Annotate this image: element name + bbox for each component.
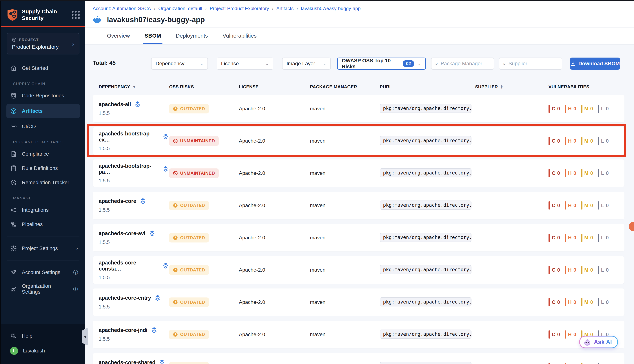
breadcrumb-organization[interactable]: Organization: default	[158, 6, 202, 11]
dependency-name[interactable]: apacheds-core-entry	[99, 295, 151, 301]
layers-icon[interactable]	[162, 134, 169, 140]
dependency-name[interactable]: apacheds-core-avl	[99, 230, 145, 236]
table-row[interactable]: apacheds-core-jndi 1.5.5	[93, 321, 624, 348]
oss-risk-badge: OUTDATED	[169, 362, 209, 364]
main-area: Account: Automation-SSCA› Organization: …	[85, 1, 634, 364]
purl-cell: pkg:maven/org.apache.directory.s…	[380, 362, 475, 364]
dependency-name[interactable]: apacheds-all	[99, 101, 131, 108]
purl-cell: pkg:maven/org.apache.directory.s…	[380, 297, 475, 307]
dependency-name[interactable]: apacheds-bootstrap-ex…	[99, 131, 159, 143]
purl-chip[interactable]: pkg:maven/org.apache.directory.s…	[380, 104, 471, 113]
project-selector[interactable]: PROJECT Product Exploratory ›	[7, 33, 79, 54]
purl-chip[interactable]: pkg:maven/org.apache.directory.s…	[380, 168, 471, 178]
image-layer-filter-dropdown[interactable]: Image Layer ⌄	[282, 58, 331, 70]
dependency-name[interactable]: apacheds-core-shared	[99, 360, 155, 364]
table-row[interactable]: apacheds-core-consta… 1.5.5	[93, 256, 624, 284]
purl-chip[interactable]: pkg:maven/org.apache.directory.s…	[380, 136, 471, 145]
oss-risk-cell: UNMAINTAINED	[169, 168, 239, 178]
oss-risk-badge: OUTDATED	[169, 298, 209, 307]
supply-chain-security-logo-icon	[7, 9, 18, 21]
package-manager-search-input[interactable]	[441, 61, 490, 66]
sidebar-item-pipelines[interactable]: Pipelines	[1, 217, 85, 232]
dependency-version: 1.5.5	[99, 240, 169, 245]
breadcrumb-artifacts[interactable]: Artifacts	[276, 6, 294, 11]
column-license: LICENSE	[239, 84, 310, 90]
sidebar-item-rule-definitions[interactable]: Rule Definitions	[1, 161, 85, 176]
purl-chip[interactable]: pkg:maven/org.apache.directory.s…	[380, 200, 471, 210]
sidebar-item-compliance[interactable]: Compliance	[1, 147, 85, 161]
ask-ai-label: Ask AI	[594, 339, 612, 346]
purl-chip[interactable]: pkg:maven/org.apache.directory.s…	[380, 233, 471, 242]
critical-count: C0	[548, 234, 560, 242]
table-row[interactable]: apacheds-core 1.5.5	[93, 192, 624, 219]
supplier-search-input[interactable]	[508, 61, 558, 66]
oss-risk-cell: OUTDATED	[169, 201, 239, 210]
sidebar-item-project-settings[interactable]: Project Settings ›	[1, 241, 85, 256]
oss-risk-badge: UNMAINTAINED	[169, 136, 219, 146]
layers-icon[interactable]	[150, 327, 158, 334]
sidebar-item-account-settings[interactable]: Account Settings ⓘ	[1, 265, 85, 280]
tab-sbom[interactable]: SBOM	[143, 28, 163, 44]
column-purl: PURL	[380, 84, 475, 90]
table-row[interactable]: apacheds-bootstrap-ex… 1.5.5	[93, 127, 624, 155]
oss-risk-cell: OUTDATED	[169, 362, 239, 364]
dependency-name[interactable]: apacheds-core-consta…	[99, 260, 159, 272]
dependency-version: 1.5.5	[99, 110, 169, 116]
layers-icon[interactable]	[158, 360, 166, 364]
sidebar-item-artifacts[interactable]: Artifacts	[7, 104, 80, 118]
purl-chip[interactable]: pkg:maven/org.apache.directory.s…	[380, 330, 471, 339]
sidebar-item-code-repositories[interactable]: Code Repositories	[1, 88, 85, 103]
tab-deployments[interactable]: Deployments	[174, 28, 209, 44]
dependency-name[interactable]: apacheds-bootstrap-pa…	[99, 163, 159, 175]
purl-chip[interactable]: pkg:maven/org.apache.directory.s…	[380, 265, 471, 274]
dependency-filter-dropdown[interactable]: Dependency ⌄	[151, 58, 208, 70]
layers-icon[interactable]	[154, 295, 161, 301]
toolbar: Total: 45 Dependency ⌄ License ⌄ Image L…	[85, 58, 634, 70]
dependency-name[interactable]: apacheds-core-jndi	[99, 327, 148, 333]
ask-ai-button[interactable]: Ask AI	[579, 336, 618, 348]
app-switcher-icon[interactable]	[72, 11, 80, 19]
page-title: lavakush07/easy-buggy-app	[107, 16, 205, 24]
table-row[interactable]: apacheds-all 1.5.5	[93, 95, 624, 122]
column-dependency[interactable]: DEPENDENCY ▼	[99, 84, 169, 90]
column-supplier[interactable]: SUPPLIER ▲▼	[475, 84, 548, 90]
breadcrumb-account[interactable]: Account: Automation-SSCA	[93, 6, 151, 11]
table-row[interactable]: apacheds-core-avl 1.5.5	[93, 224, 624, 252]
low-count: L0	[598, 202, 609, 210]
breadcrumb-current[interactable]: lavakush07/easy-buggy-app	[301, 6, 361, 11]
table-row[interactable]: apacheds-core-shared 1.5.5	[93, 353, 624, 364]
purl-cell: pkg:maven/org.apache.directory.s…	[380, 200, 475, 210]
tab-overview[interactable]: Overview	[106, 28, 131, 44]
info-icon[interactable]: ⓘ	[73, 269, 78, 276]
layers-icon[interactable]	[148, 230, 156, 236]
layers-icon[interactable]	[162, 166, 169, 172]
dependency-name[interactable]: apacheds-core	[99, 198, 136, 204]
layers-icon[interactable]	[134, 101, 141, 108]
sidebar-item-help[interactable]: Help	[1, 329, 85, 343]
owasp-risks-filter-dropdown[interactable]: OWASP OSS Top 10 Risks 02 ⌄	[337, 58, 426, 70]
layers-icon[interactable]	[162, 263, 169, 269]
tab-vulnerabilities[interactable]: Vulnerabilities	[221, 28, 258, 44]
sidebar-item-organization-settings[interactable]: Organization Settings ⓘ	[1, 280, 85, 298]
clock-icon	[173, 106, 178, 111]
sidebar-item-integrations[interactable]: Integrations	[1, 203, 85, 217]
dependency-list: apacheds-all 1.5.5	[93, 95, 624, 364]
sidebar-item-remediation-tracker[interactable]: Remediation Tracker	[1, 176, 85, 190]
dropdown-value: License	[221, 61, 239, 66]
sidebar-item-cicd[interactable]: CI/CD	[1, 119, 85, 134]
purl-chip[interactable]: pkg:maven/org.apache.directory.s…	[380, 362, 471, 364]
sidebar-item-get-started[interactable]: Get Started	[1, 61, 85, 75]
info-icon[interactable]: ⓘ	[73, 286, 78, 292]
edge-notification-dot[interactable]	[629, 222, 634, 231]
column-package-manager: PACKAGE MANAGER	[310, 84, 380, 90]
table-row[interactable]: apacheds-core-entry 1.5.5	[93, 288, 624, 316]
layers-icon[interactable]	[139, 198, 147, 204]
breadcrumb-project[interactable]: Project: Product Exploratory	[210, 6, 269, 11]
download-sbom-button[interactable]: Download SBOM	[570, 58, 620, 70]
table-row[interactable]: apacheds-bootstrap-pa… 1.5.5	[93, 160, 624, 187]
license-filter-dropdown[interactable]: License ⌄	[217, 58, 273, 70]
sidebar-item-user[interactable]: L Lavakush	[1, 343, 85, 358]
purl-chip[interactable]: pkg:maven/org.apache.directory.s…	[380, 297, 471, 306]
license-cell: Apache-2.0	[239, 106, 310, 112]
dependency-version: 1.5.5	[99, 275, 169, 280]
